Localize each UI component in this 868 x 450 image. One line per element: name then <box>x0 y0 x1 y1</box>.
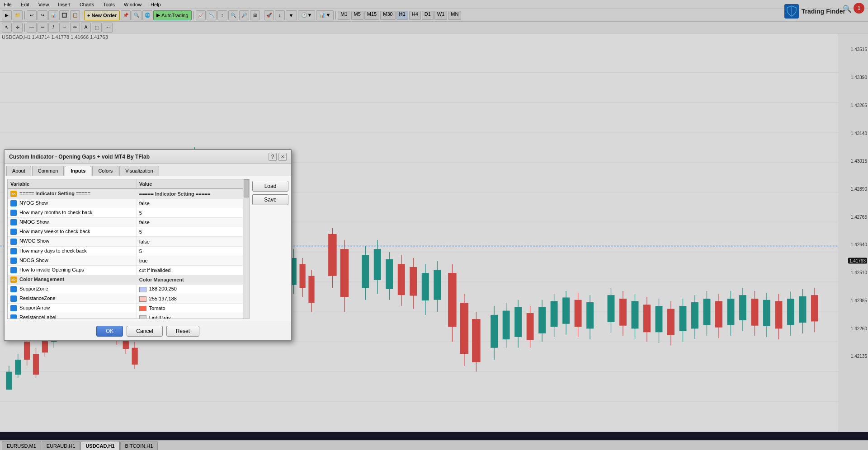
val-indicator-setting: ===== Indicator Setting ===== <box>136 189 249 199</box>
icon-edit-1 <box>10 210 17 216</box>
swatch-resistance-label <box>139 315 146 319</box>
val-color-mgmt: Color Management <box>136 275 249 284</box>
swatch-resistance-zone <box>139 296 146 302</box>
icon-color-2 <box>10 295 17 302</box>
icon-edit-3 <box>10 248 17 254</box>
cancel-button[interactable]: Cancel <box>127 326 162 337</box>
var-ndog-show: NDOG Show <box>8 256 136 265</box>
modal-controls: ? × <box>269 153 287 161</box>
table-row: SupportArrow Tomato <box>8 304 249 313</box>
scrollbar-thumb[interactable] <box>244 179 249 197</box>
table-row: ResistanceZone 255,197,188 <box>8 294 249 304</box>
load-button[interactable]: Load <box>252 181 288 192</box>
var-invalid: How to invalid Opening Gaps <box>8 265 136 275</box>
scrollbar-track[interactable] <box>243 179 249 319</box>
val-nmog-show[interactable]: false <box>136 218 249 227</box>
col-value: Value <box>136 179 249 189</box>
icon-color-3 <box>10 305 17 311</box>
val-resistance-zone[interactable]: 255,197,188 <box>136 294 249 304</box>
var-nwog-show: NWOG Show <box>8 237 136 246</box>
modal-tabs: About Common Inputs Colors Visualization <box>5 164 291 176</box>
val-invalid[interactable]: cut if invalided <box>136 265 249 275</box>
reset-button[interactable]: Reset <box>166 326 199 337</box>
tab-common[interactable]: Common <box>32 166 64 176</box>
table-row: How many weeks to check back 5 <box>8 227 249 237</box>
icon-arrow-2 <box>10 219 17 225</box>
var-color-mgmt: ab Color Management <box>8 275 136 284</box>
val-resistance-label[interactable]: LightGray ▼ <box>136 313 249 319</box>
modal-help-button[interactable]: ? <box>269 153 277 161</box>
table-row: NDOG Show true <box>8 256 249 265</box>
modal-close-button[interactable]: × <box>278 153 287 161</box>
icon-color-4 <box>10 314 17 319</box>
table-row: How many days to check back 5 <box>8 246 249 256</box>
tab-inputs[interactable]: Inputs <box>65 166 91 176</box>
var-nyog-show: NYOG Show <box>8 199 136 208</box>
icon-ab: ab <box>10 191 17 197</box>
val-days[interactable]: 5 <box>136 246 249 256</box>
save-button[interactable]: Save <box>252 194 288 205</box>
val-nwog-show[interactable]: false <box>136 237 249 246</box>
icon-arrow-1 <box>10 200 17 206</box>
val-months[interactable]: 5 <box>136 208 249 218</box>
val-weeks[interactable]: 5 <box>136 227 249 237</box>
var-months: How many months to check back <box>8 208 136 218</box>
table-row: NWOG Show false <box>8 237 249 246</box>
side-buttons: Load Save <box>252 179 288 319</box>
icon-edit-2 <box>10 229 17 235</box>
col-variable: Variable <box>8 179 136 189</box>
var-days: How many days to check back <box>8 246 136 256</box>
val-nyog-show[interactable]: false <box>136 199 249 208</box>
icon-arrow-3 <box>10 239 17 245</box>
tab-colors[interactable]: Colors <box>92 166 118 176</box>
table-row: How many months to check back 5 <box>8 208 249 218</box>
ok-button[interactable]: OK <box>96 326 123 337</box>
tab-about[interactable]: About <box>6 166 31 176</box>
var-support-zone: SupportZone <box>8 284 136 294</box>
val-support-zone[interactable]: 188,200,250 <box>136 284 249 294</box>
modal-dialog: Custom Indicator - Opening Gaps + void M… <box>4 149 292 341</box>
swatch-support-arrow <box>139 306 146 311</box>
modal-titlebar: Custom Indicator - Opening Gaps + void M… <box>5 150 291 164</box>
swatch-support-zone <box>139 287 146 292</box>
var-support-arrow: SupportArrow <box>8 304 136 313</box>
var-resistance-label: ResistanceLabel <box>8 313 136 319</box>
table-row: ResistanceLabel LightGray ▼ <box>8 313 249 319</box>
icon-color-1 <box>10 286 17 292</box>
var-weeks: How many weeks to check back <box>8 227 136 237</box>
table-row: NMOG Show false <box>8 218 249 227</box>
var-resistance-zone: ResistanceZone <box>8 294 136 304</box>
table-row: ab Color Management Color Management <box>8 275 249 284</box>
table-row: NYOG Show false <box>8 199 249 208</box>
param-table-container: Variable Value ab ===== Indicator Settin… <box>7 179 250 319</box>
icon-edit-4 <box>10 267 17 273</box>
modal-footer: OK Cancel Reset <box>5 322 291 340</box>
params-table: Variable Value ab ===== Indicator Settin… <box>8 179 249 319</box>
var-indicator-setting: ab ===== Indicator Setting ===== <box>8 189 136 199</box>
val-support-arrow[interactable]: Tomato <box>136 304 249 313</box>
var-nmog-show: NMOG Show <box>8 218 136 227</box>
icon-arrow-4 <box>10 258 17 264</box>
tab-visualization[interactable]: Visualization <box>119 166 159 176</box>
val-ndog-show[interactable]: true <box>136 256 249 265</box>
table-row: ab ===== Indicator Setting ===== ===== I… <box>8 189 249 199</box>
modal-body: Variable Value ab ===== Indicator Settin… <box>5 176 291 322</box>
table-row: SupportZone 188,200,250 <box>8 284 249 294</box>
icon-ab-2: ab <box>10 277 17 283</box>
table-row: How to invalid Opening Gaps cut if inval… <box>8 265 249 275</box>
modal-title: Custom Indicator - Opening Gaps + void M… <box>9 154 150 160</box>
